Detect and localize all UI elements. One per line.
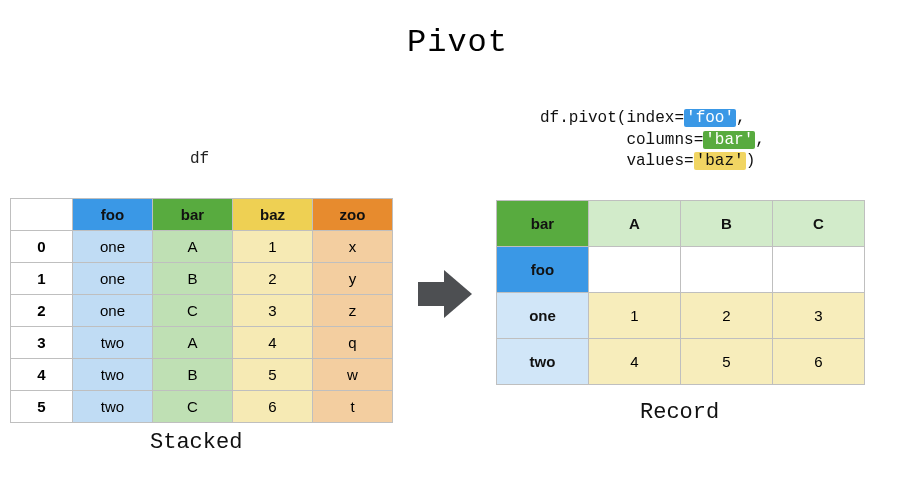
cell: x xyxy=(313,231,393,263)
row-index: 4 xyxy=(11,359,73,391)
stacked-table: foo bar baz zoo 0 one A 1 x 1 one B 2 y … xyxy=(10,198,393,423)
table-row: 0 one A 1 x xyxy=(11,231,393,263)
col-header: C xyxy=(773,201,865,247)
table-row: 1 one B 2 y xyxy=(11,263,393,295)
table-row: 5 two C 6 t xyxy=(11,391,393,423)
code-pad2: values= xyxy=(540,152,694,170)
cell: two xyxy=(73,391,153,423)
row-index: 1 xyxy=(11,263,73,295)
index-corner xyxy=(11,199,73,231)
cell: q xyxy=(313,327,393,359)
cell: 1 xyxy=(233,231,313,263)
table-row: one 1 2 3 xyxy=(497,293,865,339)
code-prefix: df.pivot(index= xyxy=(540,109,684,127)
cell: C xyxy=(153,391,233,423)
cell: 2 xyxy=(681,293,773,339)
cell: 4 xyxy=(233,327,313,359)
cell: 3 xyxy=(773,293,865,339)
cell: 6 xyxy=(773,339,865,385)
cell: A xyxy=(153,231,233,263)
col-header-bar: bar xyxy=(153,199,233,231)
table-row: foo bar baz zoo xyxy=(11,199,393,231)
cell: 5 xyxy=(233,359,313,391)
cell: 6 xyxy=(233,391,313,423)
cell: B xyxy=(153,359,233,391)
code-suffix: ) xyxy=(746,152,756,170)
row-index: 0 xyxy=(11,231,73,263)
code-mid2: , xyxy=(755,131,765,149)
cell: two xyxy=(73,327,153,359)
arrow-right-icon xyxy=(418,270,472,318)
table-row: 4 two B 5 w xyxy=(11,359,393,391)
row-header: one xyxy=(497,293,589,339)
code-arg-values: 'baz' xyxy=(694,152,746,170)
cell: t xyxy=(313,391,393,423)
blank-cell xyxy=(589,247,681,293)
code-snippet: df.pivot(index='foo', columns='bar', val… xyxy=(540,108,765,173)
row-header: two xyxy=(497,339,589,385)
table-row: 2 one C 3 z xyxy=(11,295,393,327)
cell: B xyxy=(153,263,233,295)
blank-cell xyxy=(681,247,773,293)
table-row: 3 two A 4 q xyxy=(11,327,393,359)
table-row: foo xyxy=(497,247,865,293)
row-index: 2 xyxy=(11,295,73,327)
cell: 2 xyxy=(233,263,313,295)
page-title: Pivot xyxy=(0,0,915,61)
corner-foo: foo xyxy=(497,247,589,293)
cell: z xyxy=(313,295,393,327)
table-row: two 4 5 6 xyxy=(497,339,865,385)
cell: two xyxy=(73,359,153,391)
row-index: 3 xyxy=(11,327,73,359)
cell: w xyxy=(313,359,393,391)
stacked-caption: Stacked xyxy=(150,430,242,455)
code-mid1: , xyxy=(736,109,746,127)
col-header-zoo: zoo xyxy=(313,199,393,231)
cell: 3 xyxy=(233,295,313,327)
cell: C xyxy=(153,295,233,327)
cell: 4 xyxy=(589,339,681,385)
df-label: df xyxy=(190,150,209,168)
code-arg-index: 'foo' xyxy=(684,109,736,127)
col-header-baz: baz xyxy=(233,199,313,231)
cell: one xyxy=(73,263,153,295)
cell: one xyxy=(73,231,153,263)
table-row: bar A B C xyxy=(497,201,865,247)
cell: y xyxy=(313,263,393,295)
cell: A xyxy=(153,327,233,359)
record-table: bar A B C foo one 1 2 3 two 4 5 6 xyxy=(496,200,865,385)
cell: 1 xyxy=(589,293,681,339)
corner-bar: bar xyxy=(497,201,589,247)
code-arg-columns: 'bar' xyxy=(703,131,755,149)
blank-cell xyxy=(773,247,865,293)
col-header-foo: foo xyxy=(73,199,153,231)
cell: one xyxy=(73,295,153,327)
row-index: 5 xyxy=(11,391,73,423)
col-header: A xyxy=(589,201,681,247)
record-caption: Record xyxy=(640,400,719,425)
col-header: B xyxy=(681,201,773,247)
cell: 5 xyxy=(681,339,773,385)
code-pad1: columns= xyxy=(540,131,703,149)
